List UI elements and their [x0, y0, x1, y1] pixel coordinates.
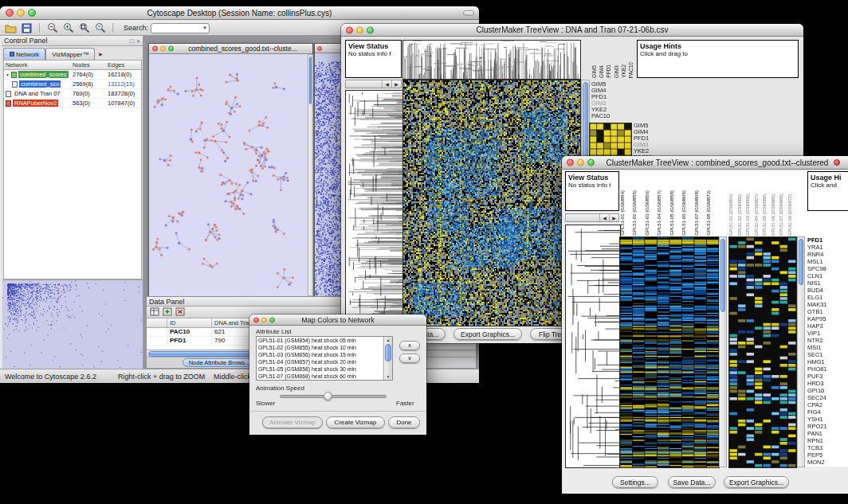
- gene-label[interactable]: HAP3: [807, 322, 847, 330]
- move-up-button[interactable]: ∧: [399, 341, 420, 350]
- scrollbar-track[interactable]: [566, 214, 599, 221]
- toolbar-toggle-button[interactable]: [463, 10, 474, 16]
- export-graphics-button[interactable]: Export Graphics...: [724, 476, 789, 488]
- gene-label[interactable]: PFD1: [807, 236, 847, 244]
- network-row[interactable]: DNA and Tran 07 769(0) 183728(0): [4, 89, 141, 99]
- row-dendrogram-canvas[interactable]: [345, 90, 403, 326]
- float-panel-icon[interactable]: □: [130, 37, 134, 45]
- gene-label[interactable]: MON2: [807, 459, 847, 466]
- close-button[interactable]: [317, 46, 322, 51]
- scroll-right-icon[interactable]: ▶: [391, 80, 401, 88]
- close-button[interactable]: [6, 9, 14, 17]
- gene-label[interactable]: YRA1: [807, 244, 847, 251]
- column-dendrogram-canvas[interactable]: [402, 40, 581, 80]
- scrollbar-thumb[interactable]: [799, 239, 803, 285]
- gene-label[interactable]: PAC10: [591, 113, 626, 119]
- scroll-left-icon[interactable]: ◀: [382, 80, 391, 88]
- gene-label[interactable]: YSH1: [807, 416, 847, 423]
- gene-label[interactable]: GIM3: [634, 142, 665, 148]
- scrollbar-thumb[interactable]: [720, 239, 725, 312]
- gene-label[interactable]: SEC1: [807, 351, 847, 358]
- network-canvas[interactable]: [149, 54, 307, 296]
- row-dendrogram-scrollbar[interactable]: ◀ ▶: [565, 213, 619, 222]
- zoom-fit-icon[interactable]: [77, 21, 91, 34]
- gene-label[interactable]: CLN1: [807, 272, 847, 279]
- gene-label[interactable]: PFD1: [634, 135, 665, 142]
- scrollbar-track[interactable]: [346, 80, 382, 88]
- scroll-down-icon[interactable]: ▼: [384, 373, 392, 380]
- scrollbar-thumb[interactable]: [385, 344, 391, 361]
- animate-vizmap-button[interactable]: Animate Vizmap: [262, 416, 323, 428]
- minimize-button[interactable]: [160, 46, 166, 52]
- attribute-item[interactable]: GPL51-07 (GSM868) heat shock 60 min: [257, 373, 383, 380]
- gene-label[interactable]: CPA2: [807, 401, 847, 408]
- animation-speed-slider-track[interactable]: [280, 395, 387, 398]
- attribute-listbox[interactable]: GPL51-01 (GSM854) heat shock 05 minGPL51…: [256, 336, 393, 381]
- create-attribute-icon[interactable]: [163, 305, 172, 319]
- heatmap-canvas[interactable]: [402, 80, 581, 326]
- row-dendrogram-scrollbar[interactable]: ◀ ▶: [345, 80, 402, 88]
- gene-label[interactable]: TCB3: [807, 444, 847, 451]
- gene-label[interactable]: MSI1: [807, 344, 847, 351]
- zoom-button[interactable]: [269, 317, 275, 322]
- gene-label[interactable]: RNR4: [807, 251, 847, 258]
- network-row-selected[interactable]: combined_sco 2569(6) 13112(15): [4, 80, 141, 89]
- gene-label[interactable]: BUD4: [807, 287, 847, 294]
- delete-attribute-icon[interactable]: [175, 305, 185, 319]
- search-dropdown-icon[interactable]: ▼: [202, 25, 209, 30]
- zoom-in-icon[interactable]: [61, 21, 75, 34]
- listbox-vscrollbar[interactable]: ▲ ▼: [383, 337, 392, 380]
- attribute-item[interactable]: GPL51-05 (GSM858) heat shock 30 min: [257, 365, 383, 373]
- gene-label[interactable]: SEC24: [807, 394, 847, 401]
- open-session-icon[interactable]: [4, 21, 18, 34]
- scrollbar-thumb[interactable]: [309, 57, 312, 104]
- gene-label[interactable]: GIM4: [634, 129, 665, 135]
- network-vscrollbar[interactable]: [308, 54, 313, 296]
- tab-overflow-arrow[interactable]: ▶: [95, 48, 106, 60]
- gene-label[interactable]: VIP1: [807, 330, 847, 337]
- network-row[interactable]: ▼combined_scores 2764(0) 16218(0): [4, 70, 141, 80]
- gene-label[interactable]: MAK31: [807, 301, 847, 308]
- gene-label[interactable]: GIM5: [591, 81, 626, 88]
- gene-label[interactable]: RPN1: [807, 437, 847, 444]
- zoom-out-icon[interactable]: [45, 21, 59, 34]
- gene-label[interactable]: RPO21: [807, 423, 847, 430]
- network-table-header[interactable]: Network Nodes Edges: [4, 61, 141, 70]
- search-input[interactable]: ▼: [151, 23, 210, 33]
- treeview-dna-titlebar[interactable]: ClusterMaker TreeView : DNA and Tran 07-…: [341, 24, 803, 37]
- node-attribute-browser-tab[interactable]: Node Attribute Brows...: [183, 358, 256, 367]
- scroll-right-icon[interactable]: ▶: [609, 214, 618, 221]
- gene-label[interactable]: FIG4: [807, 408, 847, 416]
- gene-label[interactable]: GIM5: [634, 123, 665, 129]
- scroll-up-icon[interactable]: ▲: [384, 337, 392, 343]
- row-dendrogram-canvas[interactable]: [565, 225, 621, 468]
- minimize-button[interactable]: [356, 26, 363, 33]
- gene-label[interactable]: NTR2: [807, 337, 847, 344]
- gene-label[interactable]: YKE2: [634, 148, 665, 154]
- minimize-button[interactable]: [261, 317, 267, 322]
- gene-label[interactable]: KAP95: [807, 315, 847, 322]
- close-panel-icon[interactable]: ×: [136, 37, 140, 45]
- birdseye-view[interactable]: [2, 279, 143, 369]
- save-data-button[interactable]: Save Data...: [668, 476, 716, 488]
- gene-label[interactable]: NIS1: [807, 279, 847, 287]
- zoom-vscrollbar[interactable]: [797, 236, 805, 467]
- gene-label[interactable]: GIM4: [591, 88, 626, 94]
- treeview-combined-titlebar[interactable]: ClusterMaker TreeView : combined_scores_…: [562, 156, 848, 170]
- gene-label[interactable]: PUF3: [807, 373, 847, 380]
- gene-label[interactable]: MSL1: [807, 258, 847, 265]
- gene-label[interactable]: HRD3: [807, 380, 847, 387]
- zoom-button[interactable]: [168, 46, 174, 52]
- zoom-button[interactable]: [587, 159, 595, 166]
- gene-label[interactable]: YKE2: [591, 107, 626, 113]
- attribute-item[interactable]: GPL51-01 (GSM854) heat shock 05 min: [257, 337, 383, 344]
- select-attributes-icon[interactable]: [150, 305, 159, 319]
- zoom-heatmap-canvas[interactable]: [728, 236, 797, 468]
- attribute-item[interactable]: GPL51-04 (GSM857) heat shock 20 min: [257, 358, 383, 365]
- attribute-item[interactable]: GPL51-03 (GSM856) heat shock 15 min: [257, 351, 383, 358]
- gene-label[interactable]: PEP5: [807, 451, 847, 459]
- minimize-button[interactable]: [577, 159, 584, 166]
- export-graphics-button[interactable]: Export Graphics...: [453, 328, 522, 340]
- close-button[interactable]: [253, 317, 259, 322]
- create-vizmap-button[interactable]: Create Vizmap: [326, 416, 385, 428]
